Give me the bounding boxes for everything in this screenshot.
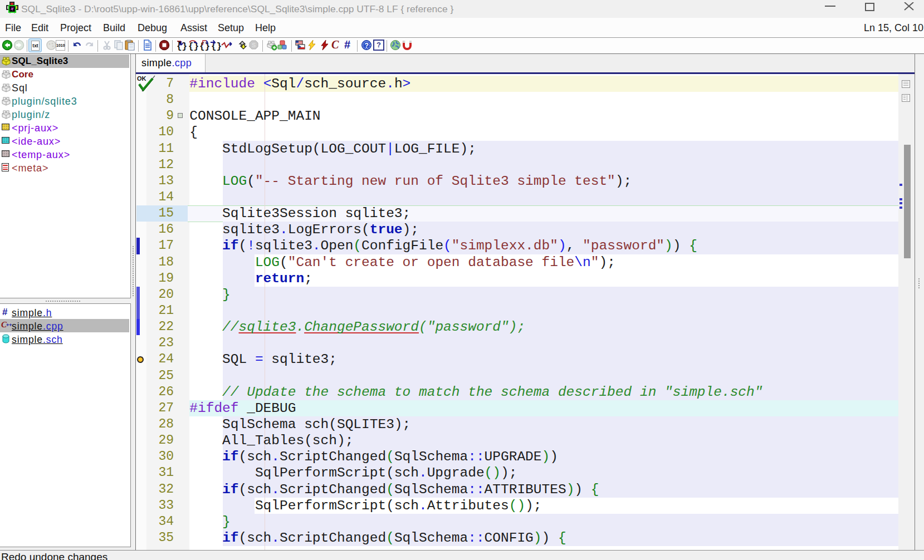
svg-text:OK: OK [137, 75, 146, 82]
svg-text:S: S [252, 42, 256, 48]
svg-text:{}: {} [199, 42, 210, 52]
svg-text:{}: {} [188, 42, 199, 52]
svg-text:{}: {} [177, 42, 187, 52]
svg-text:?: ? [365, 42, 369, 50]
